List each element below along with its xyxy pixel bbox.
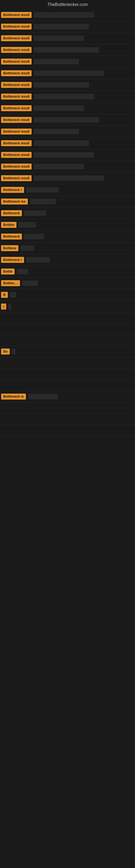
- bottleneck-badge: Bottleneck result: [1, 94, 32, 99]
- bottleneck-badge: Bottlen: [1, 222, 16, 228]
- bar: [34, 12, 94, 18]
- list-item[interactable]: Bottleneck result: [0, 91, 135, 102]
- bar: [34, 117, 99, 123]
- list-item[interactable]: Bottlene: [0, 243, 135, 254]
- list-item[interactable]: Bottleneck result: [0, 149, 135, 161]
- list-item[interactable]: [0, 369, 135, 380]
- bottleneck-badge: Bottleneck r: [1, 187, 24, 193]
- bar-area: [26, 257, 134, 262]
- bar: [28, 394, 58, 399]
- list-item[interactable]: [0, 312, 135, 323]
- site-title: TheBottlenecker.com: [0, 0, 135, 9]
- bar-area: [3, 428, 134, 433]
- list-item[interactable]: Bo: [0, 346, 135, 358]
- bar-area: [34, 24, 134, 29]
- list-item[interactable]: Bottleneck re: [0, 391, 135, 403]
- list-item[interactable]: [0, 403, 135, 414]
- bar: [34, 47, 99, 53]
- bar-area: [3, 416, 134, 422]
- bottleneck-badge: Bottleneck re: [1, 394, 26, 400]
- bar: [34, 152, 94, 158]
- list-item[interactable]: Bottleneck result: [0, 126, 135, 137]
- list-item[interactable]: Bottlenec: [0, 278, 135, 289]
- bar: [26, 187, 58, 193]
- bar-area: [34, 152, 134, 158]
- list-item[interactable]: [0, 380, 135, 391]
- bar-area: [3, 371, 134, 377]
- bar-area: [12, 349, 134, 354]
- bottleneck-badge: Bottleneck: [1, 234, 22, 240]
- bottleneck-badge: Bottleneck result: [1, 12, 32, 18]
- bar-area: [8, 304, 134, 309]
- bar: [34, 164, 84, 169]
- list-item[interactable]: [0, 358, 135, 369]
- list-item[interactable]: [0, 425, 135, 436]
- list-item[interactable]: Bottleneck result: [0, 161, 135, 173]
- bottleneck-badge: Bottle: [1, 269, 14, 275]
- bottleneck-badge: |: [1, 304, 6, 310]
- bar-area: [34, 82, 134, 88]
- bottleneck-badge: Bottleneck result: [1, 105, 32, 111]
- bottleneck-badge: Bottleneck: [1, 210, 22, 216]
- list-item[interactable]: B: [0, 289, 135, 301]
- list-item[interactable]: Bottleneck result: [0, 79, 135, 91]
- bottleneck-badge: Bottleneck result: [1, 175, 32, 181]
- bottleneck-badge: Bottleneck result: [1, 140, 32, 146]
- bar: [34, 105, 84, 111]
- list-item[interactable]: [0, 335, 135, 346]
- bottleneck-badge: Bottleneck result: [1, 163, 32, 169]
- list-item[interactable]: Bottleneck r: [0, 254, 135, 266]
- bottleneck-badge: Bottleneck result: [1, 129, 32, 134]
- list-item[interactable]: Bottleneck r: [0, 184, 135, 196]
- list-item[interactable]: Bottleneck result: [0, 44, 135, 56]
- bottleneck-badge: Bottleneck result: [1, 47, 32, 53]
- list-item[interactable]: Bottlen: [0, 219, 135, 231]
- list-item[interactable]: Bottleneck result: [0, 114, 135, 126]
- list-item[interactable]: [0, 414, 135, 425]
- bar: [12, 349, 16, 354]
- bottleneck-badge: Bottleneck result: [1, 70, 32, 76]
- bar-area: [34, 35, 134, 41]
- bar-area: [34, 70, 134, 76]
- list-item[interactable]: Bottleneck result: [0, 137, 135, 149]
- list-item[interactable]: Bottleneck: [0, 208, 135, 219]
- list-item[interactable]: Bottleneck result: [0, 9, 135, 21]
- bar-area: [3, 382, 134, 388]
- bar-area: [3, 405, 134, 411]
- list-item[interactable]: Bottleneck: [0, 231, 135, 243]
- bar-area: [34, 105, 134, 111]
- bar-area: [26, 187, 134, 193]
- bar-area: [10, 292, 134, 298]
- list-item[interactable]: [0, 323, 135, 335]
- list-item[interactable]: Bottleneck res: [0, 196, 135, 208]
- list-item[interactable]: Bottleneck result: [0, 102, 135, 114]
- bar: [24, 211, 46, 216]
- list-item[interactable]: |: [0, 301, 135, 312]
- bottleneck-badge: Bottleneck result: [1, 59, 32, 65]
- bar-area: [24, 234, 134, 239]
- bar-area: [3, 315, 134, 321]
- bar: [34, 35, 84, 41]
- list-item[interactable]: Bottleneck result: [0, 33, 135, 44]
- bottleneck-badge: Bottlene: [1, 245, 18, 251]
- bottleneck-badge: Bottleneck result: [1, 82, 32, 88]
- bottleneck-badge: Bottleneck r: [1, 257, 24, 263]
- bar: [34, 59, 79, 64]
- list-item[interactable]: Bottleneck result: [0, 21, 135, 33]
- bar-area: [28, 394, 134, 399]
- bar: [20, 246, 34, 251]
- bar: [34, 176, 104, 181]
- bar-area: [3, 360, 134, 366]
- bottleneck-badge: Bottleneck result: [1, 117, 32, 123]
- bar: [24, 234, 44, 239]
- list-item[interactable]: Bottleneck result: [0, 56, 135, 67]
- bar: [34, 94, 94, 99]
- bar: [30, 199, 56, 204]
- bar-area: [34, 47, 134, 53]
- bottleneck-badge: Bottleneck res: [1, 198, 28, 205]
- list-item[interactable]: Bottleneck result: [0, 173, 135, 184]
- list-item[interactable]: Bottleneck result: [0, 67, 135, 79]
- bar-area: [20, 246, 134, 251]
- bar: [18, 222, 36, 227]
- list-item[interactable]: Bottle: [0, 266, 135, 278]
